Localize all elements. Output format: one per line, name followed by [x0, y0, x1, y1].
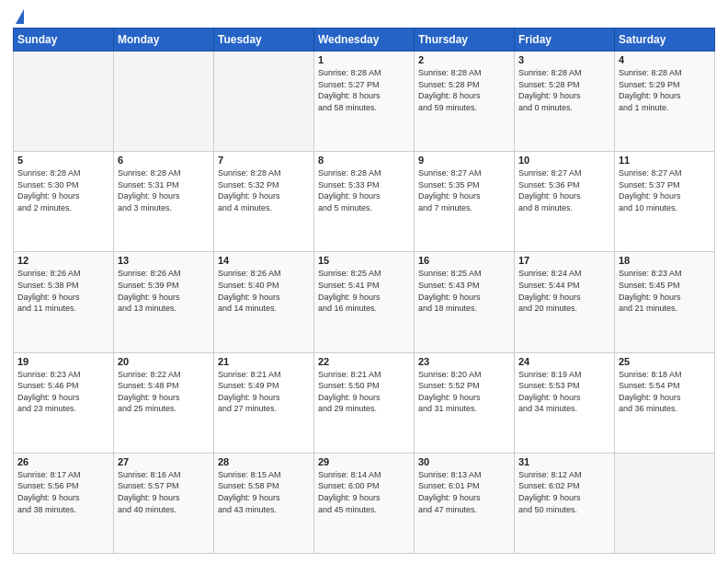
cell-info: Sunrise: 8:18 AM Sunset: 5:54 PM Dayligh… — [619, 369, 711, 415]
calendar-cell: 10Sunrise: 8:27 AM Sunset: 5:36 PM Dayli… — [515, 152, 615, 252]
calendar-cell: 25Sunrise: 8:18 AM Sunset: 5:54 PM Dayli… — [615, 352, 715, 453]
cell-info: Sunrise: 8:22 AM Sunset: 5:48 PM Dayligh… — [118, 369, 210, 415]
cell-info: Sunrise: 8:28 AM Sunset: 5:28 PM Dayligh… — [518, 67, 610, 113]
calendar-cell: 6Sunrise: 8:28 AM Sunset: 5:31 PM Daylig… — [114, 152, 214, 252]
day-number: 18 — [619, 255, 711, 266]
cell-info: Sunrise: 8:19 AM Sunset: 5:53 PM Dayligh… — [518, 369, 610, 415]
cell-info: Sunrise: 8:23 AM Sunset: 5:46 PM Dayligh… — [17, 369, 109, 415]
calendar-cell: 15Sunrise: 8:25 AM Sunset: 5:41 PM Dayli… — [314, 252, 415, 352]
day-number: 17 — [518, 255, 610, 266]
cell-info: Sunrise: 8:28 AM Sunset: 5:28 PM Dayligh… — [418, 67, 510, 113]
calendar-week-3: 19Sunrise: 8:23 AM Sunset: 5:46 PM Dayli… — [14, 352, 715, 453]
calendar-cell — [14, 52, 114, 152]
cell-info: Sunrise: 8:21 AM Sunset: 5:49 PM Dayligh… — [218, 369, 310, 415]
calendar-cell: 8Sunrise: 8:28 AM Sunset: 5:33 PM Daylig… — [314, 152, 415, 252]
calendar-table: SundayMondayTuesdayWednesdayThursdayFrid… — [13, 28, 715, 554]
day-number: 14 — [218, 255, 310, 266]
calendar-header-wednesday: Wednesday — [314, 29, 415, 52]
day-number: 29 — [318, 456, 410, 467]
calendar-header-friday: Friday — [515, 29, 615, 52]
calendar-cell — [214, 52, 314, 152]
calendar-cell: 20Sunrise: 8:22 AM Sunset: 5:48 PM Dayli… — [114, 352, 214, 453]
cell-info: Sunrise: 8:24 AM Sunset: 5:44 PM Dayligh… — [518, 268, 610, 314]
calendar-cell: 31Sunrise: 8:12 AM Sunset: 6:02 PM Dayli… — [515, 453, 615, 553]
day-number: 16 — [418, 255, 510, 266]
calendar-header-row: SundayMondayTuesdayWednesdayThursdayFrid… — [14, 29, 715, 52]
cell-info: Sunrise: 8:21 AM Sunset: 5:50 PM Dayligh… — [318, 369, 410, 415]
cell-info: Sunrise: 8:17 AM Sunset: 5:56 PM Dayligh… — [17, 469, 109, 515]
cell-info: Sunrise: 8:25 AM Sunset: 5:41 PM Dayligh… — [318, 268, 410, 314]
cell-info: Sunrise: 8:27 AM Sunset: 5:36 PM Dayligh… — [518, 167, 610, 213]
day-number: 31 — [518, 456, 610, 467]
day-number: 15 — [318, 255, 410, 266]
calendar-cell: 27Sunrise: 8:16 AM Sunset: 5:57 PM Dayli… — [114, 453, 214, 553]
day-number: 11 — [619, 155, 711, 166]
day-number: 20 — [118, 356, 210, 367]
cell-info: Sunrise: 8:15 AM Sunset: 5:58 PM Dayligh… — [218, 469, 310, 515]
calendar-cell: 7Sunrise: 8:28 AM Sunset: 5:32 PM Daylig… — [214, 152, 314, 252]
calendar-cell: 9Sunrise: 8:27 AM Sunset: 5:35 PM Daylig… — [415, 152, 515, 252]
cell-info: Sunrise: 8:28 AM Sunset: 5:33 PM Dayligh… — [318, 167, 410, 213]
day-number: 30 — [418, 456, 510, 467]
day-number: 7 — [218, 155, 310, 166]
day-number: 21 — [218, 356, 310, 367]
day-number: 8 — [318, 155, 410, 166]
calendar-cell: 3Sunrise: 8:28 AM Sunset: 5:28 PM Daylig… — [515, 52, 615, 152]
cell-info: Sunrise: 8:12 AM Sunset: 6:02 PM Dayligh… — [518, 469, 610, 515]
calendar-header-monday: Monday — [114, 29, 214, 52]
calendar-header-sunday: Sunday — [14, 29, 114, 52]
day-number: 19 — [17, 356, 109, 367]
day-number: 6 — [118, 155, 210, 166]
calendar-cell: 29Sunrise: 8:14 AM Sunset: 6:00 PM Dayli… — [314, 453, 415, 553]
calendar-cell: 24Sunrise: 8:19 AM Sunset: 5:53 PM Dayli… — [515, 352, 615, 453]
day-number: 25 — [619, 356, 711, 367]
cell-info: Sunrise: 8:28 AM Sunset: 5:30 PM Dayligh… — [17, 167, 109, 213]
calendar-cell: 14Sunrise: 8:26 AM Sunset: 5:40 PM Dayli… — [214, 252, 314, 352]
cell-info: Sunrise: 8:14 AM Sunset: 6:00 PM Dayligh… — [318, 469, 410, 515]
day-number: 23 — [418, 356, 510, 367]
calendar-cell — [114, 52, 214, 152]
cell-info: Sunrise: 8:20 AM Sunset: 5:52 PM Dayligh… — [418, 369, 510, 415]
calendar-cell: 16Sunrise: 8:25 AM Sunset: 5:43 PM Dayli… — [415, 252, 515, 352]
day-number: 24 — [518, 356, 610, 367]
calendar-cell: 13Sunrise: 8:26 AM Sunset: 5:39 PM Dayli… — [114, 252, 214, 352]
day-number: 9 — [418, 155, 510, 166]
calendar-cell: 5Sunrise: 8:28 AM Sunset: 5:30 PM Daylig… — [14, 152, 114, 252]
calendar-header-saturday: Saturday — [615, 29, 715, 52]
calendar-week-1: 5Sunrise: 8:28 AM Sunset: 5:30 PM Daylig… — [14, 152, 715, 252]
cell-info: Sunrise: 8:28 AM Sunset: 5:27 PM Dayligh… — [318, 67, 410, 113]
calendar-cell: 12Sunrise: 8:26 AM Sunset: 5:38 PM Dayli… — [14, 252, 114, 352]
day-number: 13 — [118, 255, 210, 266]
day-number: 3 — [518, 54, 610, 65]
cell-info: Sunrise: 8:13 AM Sunset: 6:01 PM Dayligh… — [418, 469, 510, 515]
calendar-cell: 18Sunrise: 8:23 AM Sunset: 5:45 PM Dayli… — [615, 252, 715, 352]
calendar-cell: 26Sunrise: 8:17 AM Sunset: 5:56 PM Dayli… — [14, 453, 114, 553]
logo — [13, 9, 24, 22]
header — [13, 9, 715, 22]
calendar-cell: 23Sunrise: 8:20 AM Sunset: 5:52 PM Dayli… — [415, 352, 515, 453]
day-number: 22 — [318, 356, 410, 367]
cell-info: Sunrise: 8:28 AM Sunset: 5:31 PM Dayligh… — [118, 167, 210, 213]
calendar-week-0: 1Sunrise: 8:28 AM Sunset: 5:27 PM Daylig… — [14, 52, 715, 152]
logo-triangle-icon — [16, 9, 24, 24]
calendar-cell: 22Sunrise: 8:21 AM Sunset: 5:50 PM Dayli… — [314, 352, 415, 453]
calendar-cell: 4Sunrise: 8:28 AM Sunset: 5:29 PM Daylig… — [615, 52, 715, 152]
day-number: 5 — [17, 155, 109, 166]
cell-info: Sunrise: 8:26 AM Sunset: 5:38 PM Dayligh… — [17, 268, 109, 314]
calendar-header-tuesday: Tuesday — [214, 29, 314, 52]
calendar-cell: 21Sunrise: 8:21 AM Sunset: 5:49 PM Dayli… — [214, 352, 314, 453]
cell-info: Sunrise: 8:25 AM Sunset: 5:43 PM Dayligh… — [418, 268, 510, 314]
cell-info: Sunrise: 8:27 AM Sunset: 5:35 PM Dayligh… — [418, 167, 510, 213]
day-number: 12 — [17, 255, 109, 266]
calendar-cell: 30Sunrise: 8:13 AM Sunset: 6:01 PM Dayli… — [415, 453, 515, 553]
cell-info: Sunrise: 8:28 AM Sunset: 5:29 PM Dayligh… — [619, 67, 711, 113]
cell-info: Sunrise: 8:27 AM Sunset: 5:37 PM Dayligh… — [619, 167, 711, 213]
day-number: 28 — [218, 456, 310, 467]
cell-info: Sunrise: 8:23 AM Sunset: 5:45 PM Dayligh… — [619, 268, 711, 314]
calendar-week-4: 26Sunrise: 8:17 AM Sunset: 5:56 PM Dayli… — [14, 453, 715, 553]
cell-info: Sunrise: 8:26 AM Sunset: 5:40 PM Dayligh… — [218, 268, 310, 314]
calendar-cell: 2Sunrise: 8:28 AM Sunset: 5:28 PM Daylig… — [415, 52, 515, 152]
day-number: 10 — [518, 155, 610, 166]
calendar-header-thursday: Thursday — [415, 29, 515, 52]
page: SundayMondayTuesdayWednesdayThursdayFrid… — [0, 0, 728, 563]
